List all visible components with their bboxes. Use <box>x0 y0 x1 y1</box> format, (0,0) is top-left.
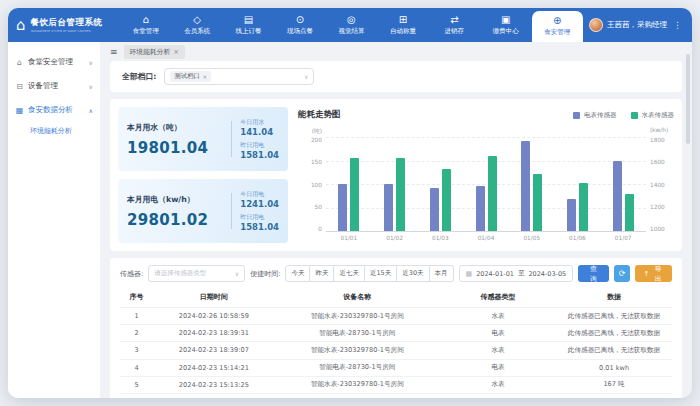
kebab-menu-icon[interactable]: ⋮ <box>673 20 682 30</box>
nav-item-member[interactable]: ◇ 会员系统 <box>171 8 222 42</box>
chevron-down-icon: ∨ <box>304 73 308 80</box>
records-table: 序号 日期时间 设备名称 传感器类型 数据 12024-02-26 10:58:… <box>120 288 672 398</box>
sidebar-collapse-icon[interactable]: ≡ <box>110 47 118 57</box>
table-row[interactable]: 62024-02-22 18:38:41 智能水表-230329780-1号房间… <box>120 393 672 398</box>
energy-trend-chart: 能耗走势图 电表传感器水表传感器 (吨) 200150100500 01/010… <box>298 107 674 243</box>
water-stat-title: 本月用水（吨） <box>127 122 223 133</box>
table-header-row: 序号 日期时间 设备名称 传感器类型 数据 <box>120 288 672 308</box>
nav-item-auto-weigh[interactable]: ⊞ 自动称重 <box>377 8 428 42</box>
bar-groups <box>326 137 646 231</box>
bar <box>567 199 576 231</box>
chevron-down-icon: ∨ <box>235 270 239 277</box>
chart-right-axis: (kw/h) 18001600140012001000 <box>646 127 674 243</box>
water-stat-card: 本月用水（吨） 19801.04 今日用水 141.04 昨日用电 1581.0… <box>118 107 288 171</box>
table-row[interactable]: 22024-02-23 18:39:31 智能电表-28730-1号房间电表 此… <box>120 325 672 342</box>
table-row[interactable]: 52024-02-23 15:13:25 智能水表-230329780-1号房间… <box>120 376 672 393</box>
vision-checkout-icon: ◎ <box>347 15 356 25</box>
quick-btn-today[interactable]: 今天 <box>285 265 310 282</box>
axis-tick: 0 <box>311 226 322 232</box>
quick-time-group: 今天 昨天 近七天 近15天 近30天 本月 <box>285 265 453 282</box>
divider <box>231 121 232 157</box>
nav-item-onsite-order[interactable]: ⊙ 现场点餐 <box>274 8 325 42</box>
axis-tick: 200 <box>311 137 322 143</box>
tab-close-icon[interactable]: × <box>173 48 179 56</box>
onsite-order-icon: ⊙ <box>296 15 304 25</box>
stall-filter-card: 全部档口: 测试档口 × ∨ <box>110 61 682 92</box>
vertical-scrollbar[interactable] <box>686 48 690 388</box>
right-axis-ticks: 18001600140012001000 <box>650 137 665 243</box>
quick-btn-yesterday[interactable]: 昨天 <box>310 265 334 282</box>
x-tick-label: 01/03 <box>417 235 463 241</box>
date-start[interactable]: 2024-01-01 <box>476 270 514 278</box>
table-row[interactable]: 32024-02-23 18:39:07 智能水表-230329780-1号房间… <box>120 342 672 359</box>
bar <box>613 161 622 232</box>
top-bar: ⌂ 餐饮后台管理系统 MANAGEMENT SYSTEM OF SMART CA… <box>8 8 692 42</box>
bar <box>476 186 485 231</box>
legend-swatch <box>573 112 580 119</box>
axis-tick: 1200 <box>650 204 665 210</box>
export-button[interactable]: ↑ 导出 <box>635 265 672 282</box>
analysis-icon: ▦ <box>15 106 24 115</box>
nav-item-payment-center[interactable]: ▣ 缴费中心 <box>480 8 531 42</box>
date-range-picker[interactable]: ▦ 2024-01-01 至 2024-03-05 <box>459 265 574 282</box>
logo-house-icon: ⌂ <box>16 18 26 33</box>
sidebar-subitem-energy-analysis[interactable]: 环境能耗分析 <box>8 122 100 136</box>
axis-tick: 1800 <box>650 137 665 143</box>
date-end[interactable]: 2024-03-05 <box>528 270 566 278</box>
avatar <box>589 18 603 32</box>
stall-filter-label: 全部档口: <box>122 71 156 82</box>
bar <box>625 194 634 231</box>
quick-btn-month[interactable]: 本月 <box>430 265 454 282</box>
bar <box>384 184 393 231</box>
electric-stat-card: 本月用电（kw/h） 29801.02 今日用电 1241.04 昨日用电 15… <box>118 179 288 243</box>
bar <box>521 141 530 231</box>
nav-item-food-safety[interactable]: ⊕ 食安管理 <box>532 11 583 42</box>
tab-energy-analysis[interactable]: 环境能耗分析 × <box>124 45 186 59</box>
x-tick-label: 01/05 <box>509 235 555 241</box>
stat-column: 本月用水（吨） 19801.04 今日用水 141.04 昨日用电 1581.0… <box>118 107 288 243</box>
sidebar-item-canteen-safety[interactable]: ⌂ 食堂安全管理 ∨ <box>8 50 100 74</box>
canteen-icon: ⌂ <box>143 15 149 25</box>
x-tick-label: 01/04 <box>463 235 509 241</box>
device-icon: ⊟ <box>15 82 24 91</box>
chart-title: 能耗走势图 <box>298 109 341 121</box>
quick-btn-30days[interactable]: 近30天 <box>397 265 429 282</box>
stall-select[interactable]: 测试档口 × ∨ <box>164 68 314 85</box>
sidebar-item-device-mgmt[interactable]: ⊟ 设备管理 ∨ <box>8 74 100 98</box>
chart-left-axis: (吨) 200150100500 <box>298 127 326 243</box>
sidebar-item-data-analysis[interactable]: ▦ 食安数据分析 ∧ <box>8 98 100 122</box>
refresh-button[interactable]: ⟳ <box>614 265 631 282</box>
nav-item-online-order[interactable]: ▤ 线上订餐 <box>223 8 274 42</box>
table-row[interactable]: 12024-02-26 10:58:59 智能水表-230329780-1号房间… <box>120 308 672 325</box>
axis-tick: 1600 <box>650 159 665 165</box>
nav-item-canteen[interactable]: ⌂ 食堂管理 <box>120 8 171 42</box>
user-box[interactable]: 王茜茜，采购经理 ⋮ <box>583 8 692 42</box>
legend-label: 电表传感器 <box>584 111 617 120</box>
payment-center-icon: ▣ <box>501 15 510 25</box>
table-row[interactable]: 42024-02-23 15:14:21 智能电表-28730-1号房间电表 0… <box>120 359 672 376</box>
nav-item-inventory[interactable]: ⇄ 进销存 <box>429 8 480 42</box>
main-area: ≡ 环境能耗分析 × 全部档口: 测试档口 × ∨ 本月用水（吨） <box>100 42 692 398</box>
divider <box>231 193 232 229</box>
legend-item: 水表传感器 <box>631 111 675 120</box>
sensor-type-select[interactable]: 请选择传感器类型 ∨ <box>148 265 245 282</box>
app-subtitle: MANAGEMENT SYSTEM OF SMART CANTEEN <box>31 29 96 33</box>
food-safety-icon: ⊕ <box>553 16 561 26</box>
bar-group <box>555 137 601 231</box>
bar <box>442 169 451 231</box>
tag-close-icon[interactable]: × <box>202 73 207 80</box>
nav-item-vision-checkout[interactable]: ◎ 视觉结算 <box>326 8 377 42</box>
scrollbar-thumb[interactable] <box>686 54 690 144</box>
bar <box>533 174 542 231</box>
quick-btn-7days[interactable]: 近七天 <box>334 265 365 282</box>
bar-group <box>600 137 646 231</box>
chevron-down-icon: ∨ <box>89 83 93 90</box>
quick-time-label: 便捷时间: <box>250 269 280 279</box>
upload-icon: ↑ <box>643 270 649 278</box>
query-button[interactable]: 查 询 <box>578 265 609 282</box>
chart-legend: 电表传感器水表传感器 <box>573 111 674 120</box>
stall-tag: 测试档口 × <box>170 71 211 82</box>
axis-tick: 100 <box>311 182 322 188</box>
quick-btn-15days[interactable]: 近15天 <box>365 265 397 282</box>
dashboard-card: 本月用水（吨） 19801.04 今日用水 141.04 昨日用电 1581.0… <box>110 99 682 251</box>
